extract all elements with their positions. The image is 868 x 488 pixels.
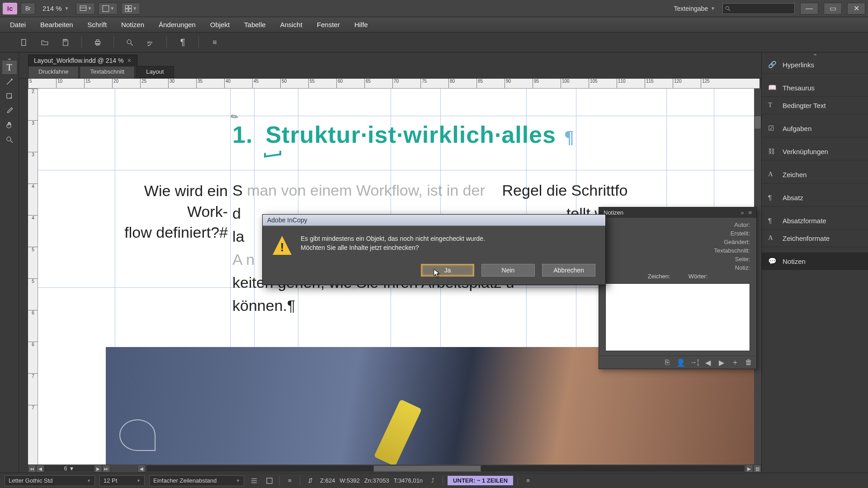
ruler-tick: 105 bbox=[589, 79, 598, 89]
ruler-tick: 10 bbox=[56, 79, 62, 89]
yes-button[interactable]: Ja bbox=[421, 264, 474, 277]
add-note-icon[interactable]: ＋ bbox=[730, 358, 740, 367]
hscroll-left[interactable]: ◀ bbox=[137, 465, 146, 473]
notes-panel[interactable]: Notizen »≡ Autor: Erstellt: Geändert: Te… bbox=[599, 207, 757, 369]
pilcrow-icon[interactable]: ¶ bbox=[176, 36, 189, 49]
close-tab-icon[interactable]: ✕ bbox=[127, 57, 132, 64]
new-note-icon[interactable]: ⎘ bbox=[662, 358, 672, 367]
panel-verknuepfungen[interactable]: ⛓Verknüpfungen bbox=[762, 143, 868, 160]
no-button[interactable]: Nein bbox=[481, 264, 535, 277]
next-note-icon[interactable]: ▶ bbox=[717, 358, 726, 367]
maximize-button[interactable]: ▭ bbox=[824, 3, 842, 14]
page-heading: 1. Struktur·ist·wirklich·alles bbox=[232, 121, 575, 148]
leading-field[interactable]: Einfacher Zeilenabstand▼ bbox=[149, 475, 244, 486]
prev-page-button[interactable]: ◀ bbox=[36, 465, 44, 473]
align-icon[interactable]: ≡ bbox=[284, 476, 295, 486]
open-icon[interactable] bbox=[38, 36, 52, 49]
zoom-tool[interactable] bbox=[2, 133, 17, 146]
last-page-button[interactable]: ⏭ bbox=[102, 465, 110, 473]
panel-zeichen[interactable]: AZeichen bbox=[762, 166, 868, 183]
font-field[interactable]: Letter Gothic Std▼ bbox=[5, 475, 95, 486]
collapse-icon[interactable]: » bbox=[741, 209, 744, 216]
heading-text: Struktur·ist·wirklich·alles bbox=[265, 122, 556, 148]
line-count-icon[interactable] bbox=[249, 476, 259, 486]
tab-layout[interactable]: Layout bbox=[136, 66, 174, 78]
panel-bedingter-text[interactable]: TBedingter Text bbox=[762, 97, 868, 114]
ruler-tick: 25 bbox=[140, 79, 146, 89]
panel-absatz[interactable]: ¶Absatz bbox=[762, 189, 868, 206]
horizontal-ruler[interactable]: 5101520253035404550556065707580859095100… bbox=[28, 79, 760, 89]
hscroll-right[interactable]: ▶ bbox=[745, 465, 753, 473]
copyfit-icon[interactable]: ⤴ bbox=[427, 476, 438, 486]
menu-bearbeiten[interactable]: Bearbeiten bbox=[34, 19, 80, 30]
close-button[interactable]: ✕ bbox=[847, 3, 865, 14]
control-bar: abc ¶ ≡ bbox=[0, 33, 868, 52]
menu-aenderungen[interactable]: Änderungen bbox=[152, 19, 202, 30]
panel-zeichenformate[interactable]: AZeichenformate bbox=[762, 230, 868, 247]
menu-tabelle[interactable]: Tabelle bbox=[238, 19, 272, 30]
zoom-field[interactable]: 214 % ▼ bbox=[39, 5, 72, 12]
workspace-switcher[interactable]: Texteingabe ▼ bbox=[670, 5, 719, 12]
hand-tool[interactable] bbox=[2, 118, 17, 132]
ruler-tick: 120 bbox=[673, 79, 682, 89]
ruler-tick: 5 bbox=[28, 278, 38, 284]
side-line-1: Wie wird ein Work‑ bbox=[106, 181, 228, 222]
eyedropper-tool[interactable] bbox=[2, 104, 17, 117]
prev-note-icon[interactable]: ◀ bbox=[703, 358, 713, 367]
new-icon[interactable] bbox=[17, 36, 31, 49]
page-field[interactable]: 6▼ bbox=[44, 465, 94, 472]
split-view-icon[interactable]: ▥ bbox=[753, 465, 761, 473]
screen-mode-button[interactable]: ▼ bbox=[99, 3, 118, 14]
cancel-button[interactable]: Abbrechen bbox=[542, 264, 595, 277]
panel-absatzformate[interactable]: ¶Absatzformate bbox=[762, 212, 868, 230]
horizontal-scrollbar[interactable] bbox=[146, 465, 744, 472]
go-to-anchor-icon[interactable]: →¦ bbox=[689, 358, 699, 367]
print-icon[interactable] bbox=[91, 36, 104, 49]
notes-note-label: Notiz: bbox=[735, 264, 750, 271]
menu-schrift[interactable]: Schrift bbox=[81, 19, 113, 30]
vertical-ruler[interactable]: 23344556677 bbox=[28, 89, 38, 465]
menu-objekt[interactable]: Objekt bbox=[204, 19, 236, 30]
collapse-icon[interactable]: ◂▸ bbox=[0, 57, 19, 60]
menu-fenster[interactable]: Fenster bbox=[311, 19, 346, 30]
bridge-button[interactable]: Br bbox=[21, 3, 35, 14]
tab-textabschnitt[interactable]: Textabschnitt bbox=[80, 66, 135, 78]
menu-hilfe[interactable]: Hilfe bbox=[348, 19, 374, 30]
user-icon[interactable]: 👤 bbox=[676, 358, 686, 367]
status-bar: Letter Gothic Std▼ 12 Pt▼ Einfacher Zeil… bbox=[0, 473, 868, 488]
collapse-dock-icon[interactable]: ◂▸ bbox=[762, 52, 868, 56]
position-tool[interactable] bbox=[2, 75, 17, 89]
next-page-button[interactable]: ▶ bbox=[94, 465, 102, 473]
justify-icon[interactable] bbox=[264, 476, 275, 486]
tab-druckfahne[interactable]: Druckfahne bbox=[28, 66, 79, 78]
size-field[interactable]: 12 Pt▼ bbox=[99, 475, 145, 486]
panel-thesaurus[interactable]: 📖Thesaurus bbox=[762, 79, 868, 97]
first-page-button[interactable]: ⏮ bbox=[28, 465, 36, 473]
save-icon[interactable] bbox=[59, 36, 72, 49]
help-search[interactable] bbox=[722, 3, 795, 14]
minimize-button[interactable]: — bbox=[800, 3, 818, 14]
find-icon[interactable] bbox=[123, 36, 137, 49]
delete-note-icon[interactable]: 🗑 bbox=[744, 358, 754, 367]
panel-menu-icon[interactable]: ≡ bbox=[748, 209, 752, 216]
menu-notizen[interactable]: Notizen bbox=[115, 19, 151, 30]
spellcheck-icon[interactable]: abc bbox=[144, 36, 157, 49]
menu-datei[interactable]: Datei bbox=[4, 19, 32, 30]
more-icon[interactable]: ≡ bbox=[523, 476, 533, 486]
view-options-button[interactable]: ▼ bbox=[76, 3, 95, 14]
ruler-tick: 125 bbox=[701, 79, 710, 89]
menu-ansicht[interactable]: Ansicht bbox=[274, 19, 309, 30]
arrange-button[interactable]: ▼ bbox=[121, 3, 140, 14]
panel-aufgaben[interactable]: ☑Aufgaben bbox=[762, 120, 868, 137]
menu-icon[interactable]: ≡ bbox=[208, 36, 222, 49]
document-tab[interactable]: Layout_Workflow.indd @ 214 % ✕ bbox=[28, 55, 137, 66]
workspace-label: Texteingabe bbox=[674, 5, 708, 12]
notes-textarea[interactable] bbox=[605, 283, 750, 351]
dialog-message: Es gibt mindestens ein Objekt, das noch … bbox=[301, 234, 485, 255]
panel-notizen[interactable]: 💬Notizen bbox=[762, 253, 868, 270]
panel-hyperlinks[interactable]: 🔗Hyperlinks bbox=[762, 56, 868, 74]
notes-panel-tab[interactable]: Notizen »≡ bbox=[599, 207, 756, 218]
type-tool[interactable]: T bbox=[2, 61, 17, 74]
stats-icon[interactable]: ⇵ bbox=[305, 476, 316, 486]
note-tool[interactable] bbox=[2, 89, 17, 103]
